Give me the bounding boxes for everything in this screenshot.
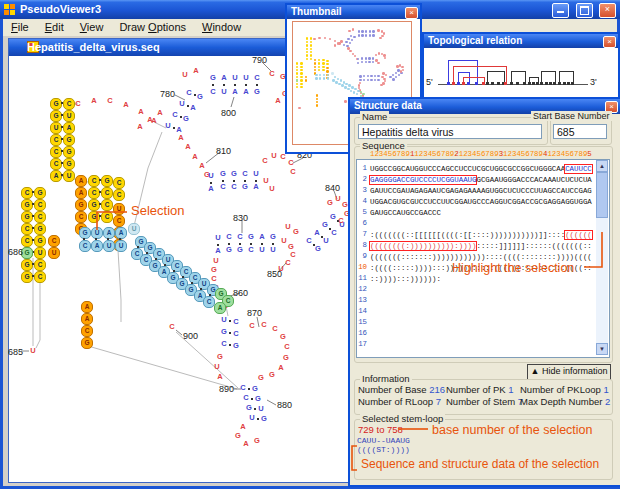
annotation-seq-struct: Sequence and structure data of the selec… [361,457,599,471]
annotation-base-number: base number of the selection [432,423,593,437]
annotation-lines [0,0,620,489]
annotation-selection: Selection [131,203,184,218]
annotation-highlight: Highlight the selection [452,261,574,275]
